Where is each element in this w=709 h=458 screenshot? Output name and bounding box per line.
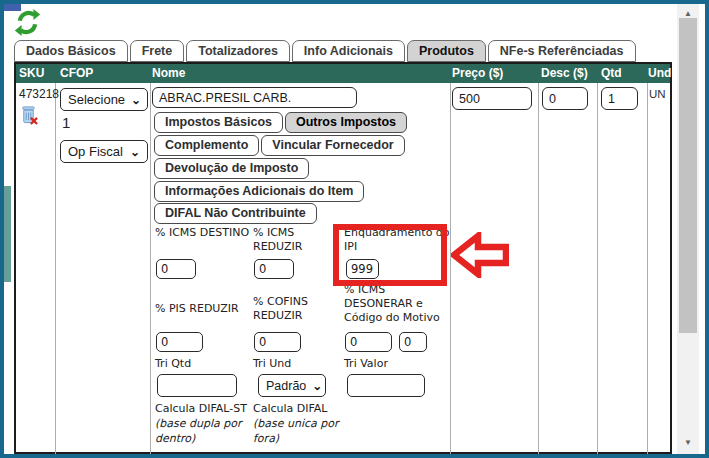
tri-und-label: Tri Und [253, 357, 341, 371]
op-fiscal-select-value: Op Fiscal [68, 144, 123, 159]
tab-difal-nao-contribuinte[interactable]: DIFAL Não Contribuinte [154, 203, 317, 224]
refresh-button[interactable] [14, 7, 41, 38]
item-subtab-row: Devolução de Imposto [154, 158, 309, 179]
vertical-scrollbar[interactable]: ▲ ▼ [677, 4, 699, 454]
column-divider [150, 83, 151, 454]
item-subtab-row: Informações Adicionais do Item [154, 181, 364, 202]
header-desc: Desc ($) [541, 66, 588, 80]
tab-outros-impostos[interactable]: Outros Impostos [285, 112, 407, 133]
column-divider [55, 83, 56, 454]
trash-icon [19, 104, 38, 125]
main-tab-bar: Dados Básicos Frete Totalizadores Info A… [14, 40, 636, 62]
icms-reduzir-label: % ICMS REDUZIR [253, 226, 341, 254]
item-number: 1 [62, 114, 70, 131]
refresh-icon [14, 7, 41, 38]
tab-devolucao-de-imposto[interactable]: Devolução de Imposto [154, 158, 309, 179]
sku-value: 473218 [19, 87, 59, 101]
header-qtd: Qtd [601, 66, 622, 80]
item-subtab-row: Impostos Básicos Outros Impostos [154, 112, 407, 133]
background-artifact [4, 186, 11, 282]
column-divider [647, 83, 648, 454]
calcula-difal-st-title: Calcula DIFAL-ST [155, 401, 253, 416]
header-preco: Preço ($) [452, 66, 503, 80]
column-divider [538, 83, 539, 454]
app-window: Dados Básicos Frete Totalizadores Info A… [0, 0, 709, 458]
header-und: Und [648, 66, 671, 80]
enquadramento-ipi-label: Enquadramento do IPI [344, 226, 452, 254]
tab-produtos[interactable]: Produtos [407, 40, 486, 62]
table-row: 473218 Selecione ⌄ 1 Op Fiscal [16, 83, 670, 454]
icms-destino-input[interactable] [156, 259, 196, 279]
und-value: UN [649, 88, 666, 100]
products-table: SKU CFOP Nome Preço ($) Desc ($) Qtd Und… [14, 62, 672, 454]
tab-impostos-basicos[interactable]: Impostos Básicos [154, 112, 283, 133]
qtd-input[interactable] [601, 87, 638, 110]
tri-und-select-value: Padrão [266, 379, 306, 393]
calcula-difal-label: Calcula DIFAL (base unica por fora) [253, 401, 347, 446]
tab-dados-basicos[interactable]: Dados Básicos [14, 40, 128, 62]
scroll-down-icon[interactable]: ▼ [677, 436, 699, 450]
tri-qtd-input[interactable] [157, 374, 237, 397]
header-cfop: CFOP [60, 66, 93, 80]
pis-reduzir-label: % PIS REDUZIR [155, 285, 251, 333]
table-header-row: SKU CFOP Nome Preço ($) Desc ($) Qtd Und [16, 64, 670, 83]
tri-qtd-label: Tri Qtd [155, 357, 251, 371]
icms-reduzir-input[interactable] [254, 259, 294, 279]
tab-informacoes-adicionais-do-item[interactable]: Informações Adicionais do Item [154, 181, 364, 202]
calcula-difal-st-note: (base dupla por dentro) [155, 416, 253, 446]
header-sku: SKU [19, 66, 44, 80]
tab-vincular-fornecedor[interactable]: Vincular Fornecedor [261, 135, 404, 156]
pis-reduzir-input[interactable] [156, 332, 203, 352]
item-subtab-row: Complemento Vincular Fornecedor [154, 135, 405, 156]
cofins-reduzir-input[interactable] [254, 332, 301, 352]
chevron-down-icon: ⌄ [131, 95, 141, 105]
calcula-difal-note: (base unica por fora) [253, 416, 347, 446]
calcula-difal-title: Calcula DIFAL [253, 401, 347, 416]
desc-input[interactable] [542, 87, 588, 110]
tab-frete[interactable]: Frete [130, 40, 185, 62]
chevron-down-icon: ⌄ [312, 381, 322, 391]
cfop-select-value: Selecione [68, 92, 125, 107]
icms-desonerar-label: % ICMS DESONERAR e Código do Motivo [344, 283, 452, 325]
scrollbar-thumb[interactable] [679, 18, 697, 333]
tab-complemento[interactable]: Complemento [154, 135, 259, 156]
tab-nfes-referenciadas[interactable]: NFe-s Referênciadas [488, 40, 636, 62]
cfop-select[interactable]: Selecione ⌄ [60, 88, 148, 111]
tri-und-select[interactable]: Padrão ⌄ [258, 374, 326, 397]
icms-desonerar-input[interactable] [345, 332, 392, 352]
tab-totalizadores[interactable]: Totalizadores [186, 40, 290, 62]
column-divider [597, 83, 598, 454]
op-fiscal-select[interactable]: Op Fiscal ⌄ [60, 140, 148, 163]
cofins-reduzir-label: % COFINS REDUZIR [253, 285, 341, 333]
header-nome: Nome [152, 66, 185, 80]
enquadramento-ipi-input[interactable] [346, 259, 379, 279]
tri-valor-input[interactable] [347, 374, 425, 397]
preco-input[interactable] [452, 87, 532, 110]
chevron-down-icon: ⌄ [130, 147, 140, 157]
item-subtab-row: DIFAL Não Contribuinte [154, 203, 317, 224]
codigo-motivo-input[interactable] [399, 332, 427, 352]
delete-item-button[interactable] [19, 104, 38, 125]
icms-destino-label: % ICMS DESTINO [155, 226, 251, 240]
column-divider [450, 83, 451, 454]
tab-info-adicionais[interactable]: Info Adicionais [292, 40, 405, 62]
calcula-difal-st-label: Calcula DIFAL-ST (base dupla por dentro) [155, 401, 253, 446]
tri-valor-label: Tri Valor [344, 357, 452, 371]
nome-input[interactable] [152, 87, 357, 108]
